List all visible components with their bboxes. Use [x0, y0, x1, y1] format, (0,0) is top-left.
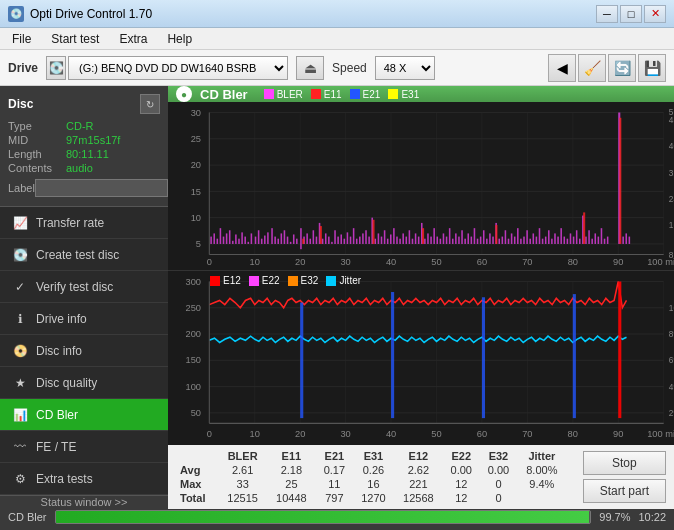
svg-rect-150: [588, 230, 590, 244]
svg-text:30: 30: [340, 257, 350, 267]
chart-header-icon: ●: [176, 86, 192, 102]
svg-rect-109: [461, 230, 463, 244]
legend-label-e22: E22: [262, 275, 280, 286]
svg-rect-154: [601, 228, 603, 244]
sidebar-nav: 📈 Transfer rate 💽 Create test disc ✓ Ver…: [0, 207, 168, 495]
drive-info-icon: ℹ: [12, 311, 28, 327]
sidebar-item-disc-quality[interactable]: ★ Disc quality: [0, 367, 168, 399]
toolbar-eraser-icon[interactable]: 🧹: [578, 54, 606, 82]
svg-rect-35: [229, 230, 231, 244]
status-label: CD Bler: [8, 511, 47, 523]
sidebar-item-create-test-disc[interactable]: 💽 Create test disc: [0, 239, 168, 271]
legend-color-e31: [388, 89, 398, 99]
svg-rect-90: [402, 233, 404, 244]
svg-rect-145: [573, 237, 575, 244]
svg-rect-32: [220, 228, 222, 244]
svg-text:20: 20: [295, 429, 305, 439]
svg-rect-153: [598, 237, 600, 244]
sidebar-item-transfer-rate[interactable]: 📈 Transfer rate: [0, 207, 168, 239]
avg-e31: 0.26: [353, 463, 394, 477]
svg-rect-103: [443, 233, 445, 244]
svg-rect-127: [517, 228, 519, 244]
sidebar-item-cd-bler[interactable]: 📊 CD Bler: [0, 399, 168, 431]
legend-label-jitter: Jitter: [339, 275, 361, 286]
svg-rect-117: [486, 239, 488, 244]
toolbar-back-icon[interactable]: ◀: [548, 54, 576, 82]
progress-bar: [55, 510, 592, 524]
svg-rect-118: [489, 233, 491, 244]
avg-e11: 2.18: [267, 463, 316, 477]
menu-extra[interactable]: Extra: [111, 30, 155, 48]
col-header-empty: [176, 449, 218, 463]
sidebar-item-drive-info[interactable]: ℹ Drive info: [0, 303, 168, 335]
disc-quality-icon: ★: [12, 375, 28, 391]
svg-rect-102: [440, 239, 442, 244]
status-window-button[interactable]: Status window >>: [0, 495, 168, 508]
svg-rect-155: [604, 239, 606, 244]
speed-select[interactable]: 48 X: [375, 56, 435, 80]
menu-file[interactable]: File: [4, 30, 39, 48]
svg-text:5: 5: [196, 239, 201, 249]
sidebar-item-verify-test-disc[interactable]: ✓ Verify test disc: [0, 271, 168, 303]
toolbar-save-icon[interactable]: 💾: [638, 54, 666, 82]
sidebar-item-extra-tests[interactable]: ⚙ Extra tests: [0, 463, 168, 495]
svg-text:6%: 6%: [669, 356, 674, 366]
legend-color-e22: [249, 276, 259, 286]
create-test-disc-icon: 💽: [12, 247, 28, 263]
eject-button[interactable]: ⏏: [296, 56, 324, 80]
start-part-button[interactable]: Start part: [583, 479, 666, 503]
svg-text:50: 50: [431, 429, 441, 439]
svg-rect-112: [471, 237, 473, 244]
svg-rect-126: [514, 237, 516, 244]
col-header-e31: E31: [353, 449, 394, 463]
svg-rect-57: [300, 228, 302, 249]
svg-rect-152: [594, 233, 596, 244]
menu-help[interactable]: Help: [159, 30, 200, 48]
stop-button[interactable]: Stop: [583, 451, 666, 475]
svg-rect-97: [424, 239, 426, 244]
svg-rect-53: [287, 237, 289, 244]
svg-rect-50: [277, 239, 279, 244]
svg-rect-161: [302, 239, 304, 244]
toolbar-icons: ◀ 🧹 🔄 💾: [548, 54, 666, 82]
stats-row-max: Max 33 25 11 16 221 12 0 9.4%: [176, 477, 567, 491]
legend-e31: E31: [388, 89, 419, 100]
svg-text:250: 250: [186, 303, 201, 313]
disc-panel: Disc ↻ Type CD-R MID 97m15s17f Length 80…: [0, 86, 168, 207]
svg-rect-61: [313, 230, 315, 244]
svg-text:10%: 10%: [669, 303, 674, 313]
svg-rect-132: [533, 233, 535, 244]
close-button[interactable]: ✕: [644, 5, 666, 23]
sidebar-item-disc-info[interactable]: 📀 Disc info: [0, 335, 168, 367]
svg-rect-91: [406, 237, 408, 244]
svg-rect-70: [340, 234, 342, 243]
svg-rect-166: [583, 212, 585, 244]
svg-rect-89: [399, 239, 401, 244]
disc-title: Disc: [8, 97, 33, 111]
time-text: 10:22: [638, 511, 666, 523]
drive-select[interactable]: (G:) BENQ DVD DD DW1640 BSRB: [68, 56, 288, 80]
svg-rect-119: [492, 237, 494, 244]
sidebar-item-fe-te[interactable]: 〰 FE / TE: [0, 431, 168, 463]
maximize-button[interactable]: □: [620, 5, 642, 23]
svg-rect-94: [415, 233, 417, 244]
svg-text:25: 25: [191, 134, 201, 144]
minimize-button[interactable]: ─: [596, 5, 618, 23]
legend-bler: BLER: [264, 89, 303, 100]
svg-rect-141: [560, 228, 562, 244]
disc-label-input[interactable]: [35, 179, 168, 197]
svg-rect-107: [455, 233, 457, 244]
max-e22: 12: [443, 477, 480, 491]
svg-rect-209: [391, 292, 394, 418]
stats-section: BLER E11 E21 E31 E12 E22 E32 Jitter Avg: [168, 445, 575, 509]
transfer-rate-icon: 📈: [12, 215, 28, 231]
jitter-line: [209, 336, 626, 342]
svg-text:40 X: 40 X: [669, 141, 674, 151]
svg-text:50: 50: [431, 257, 441, 267]
menu-start-test[interactable]: Start test: [43, 30, 107, 48]
svg-rect-149: [585, 237, 587, 244]
toolbar-refresh-icon[interactable]: 🔄: [608, 54, 636, 82]
svg-rect-162: [320, 226, 322, 244]
svg-rect-208: [300, 303, 303, 419]
disc-refresh-button[interactable]: ↻: [140, 94, 160, 114]
